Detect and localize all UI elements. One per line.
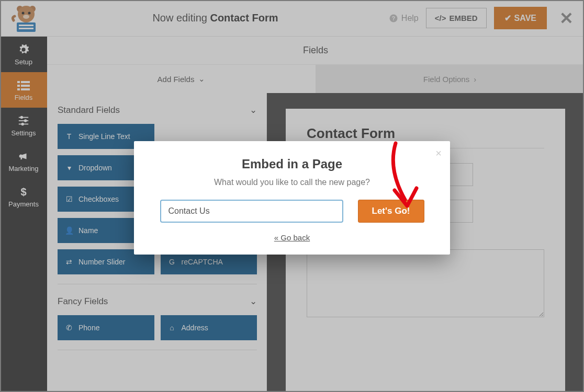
modal-subtitle: What would you like to call the new page…	[152, 178, 432, 187]
modal-overlay: × Embed in a Page What would you like to…	[0, 0, 584, 392]
go-back-link[interactable]: « Go back	[152, 233, 432, 242]
lets-go-button[interactable]: Let's Go!	[358, 200, 424, 223]
modal-title: Embed in a Page	[152, 157, 432, 171]
page-name-input[interactable]	[160, 200, 343, 223]
embed-modal: × Embed in a Page What would you like to…	[134, 141, 450, 255]
modal-close-button[interactable]: ×	[435, 147, 442, 159]
